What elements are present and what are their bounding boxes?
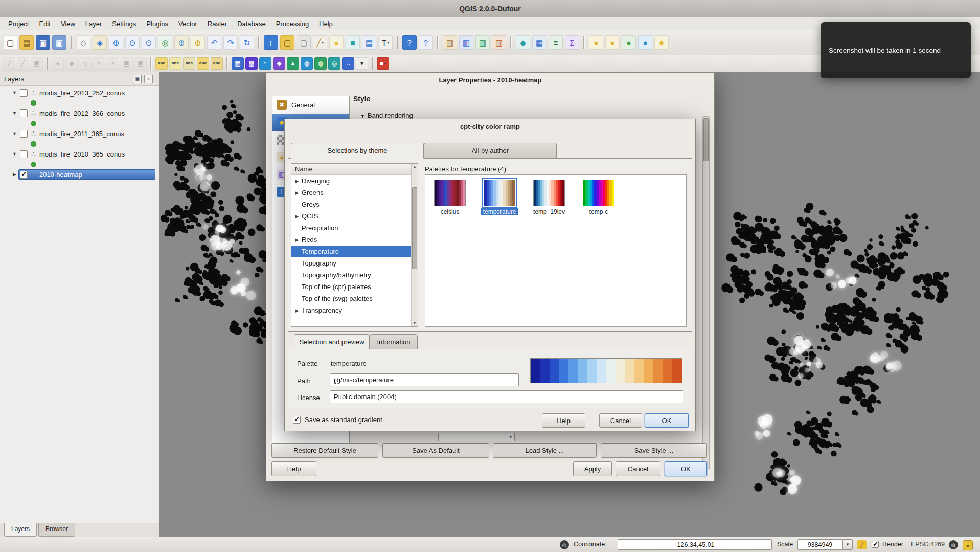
zoom-actual-icon[interactable]: ⊙: [142, 35, 156, 50]
load-style-button[interactable]: Load Style ...: [493, 443, 597, 458]
collapse-icon[interactable]: ▼: [11, 90, 18, 95]
label-show-hide-icon[interactable]: abc: [169, 57, 181, 70]
scrollbar[interactable]: [702, 116, 710, 469]
identify-features-icon[interactable]: i: [264, 35, 278, 50]
messages-icon[interactable]: ●: [963, 540, 973, 550]
text-annotation-icon[interactable]: T▾: [378, 35, 393, 50]
expand-icon[interactable]: ▶: [294, 308, 300, 313]
collapse-icon[interactable]: ▼: [11, 131, 18, 136]
tree-item[interactable]: Top of the (cpt) palettes: [291, 281, 418, 293]
tree-item[interactable]: Temperature: [291, 246, 418, 257]
coordinate-capture-icon[interactable]: ◎: [560, 540, 569, 549]
zoom-to-layer-icon[interactable]: ⊕: [174, 35, 189, 50]
plugin-circle-4-icon[interactable]: ●: [638, 35, 652, 50]
menu-raster[interactable]: Raster: [202, 18, 232, 29]
crs-status-icon[interactable]: ◍: [949, 540, 958, 549]
ok-button[interactable]: OK: [645, 413, 689, 428]
zoom-next-icon[interactable]: ↷: [223, 35, 238, 50]
expand-icon[interactable]: ▶: [294, 237, 300, 242]
band-rendering-section[interactable]: ▼Band rendering: [360, 112, 413, 119]
palette-celsius[interactable]: celsius: [434, 180, 466, 215]
dropdown-arrow-icon[interactable]: ▾: [384, 61, 386, 66]
help-contents-icon[interactable]: ?: [402, 35, 417, 50]
offset-tool-icon[interactable]: ■▾: [377, 57, 389, 70]
python-console-icon[interactable]: ≡: [549, 35, 563, 50]
select-features-icon[interactable]: ▢: [280, 35, 294, 50]
zoom-in-icon[interactable]: ⊕: [109, 35, 123, 50]
show-bookmarks-icon[interactable]: ▤: [362, 35, 376, 50]
save-as-default-button[interactable]: Save As Default: [382, 443, 489, 458]
labeling-icon[interactable]: ▥: [443, 35, 457, 50]
expand-icon[interactable]: ▶: [294, 190, 300, 195]
scroll-up-icon[interactable]: ▲: [412, 164, 418, 170]
save-project-icon[interactable]: ▣: [36, 35, 50, 50]
rotate-label-icon[interactable]: ▥: [475, 35, 490, 50]
ok-button[interactable]: OK: [665, 461, 707, 476]
map-refresh-icon[interactable]: ↻: [240, 35, 254, 50]
properties-tab-general[interactable]: ✖General: [272, 96, 349, 114]
menu-edit[interactable]: Edit: [34, 18, 55, 29]
deselect-features-icon[interactable]: ▢: [297, 35, 311, 50]
layer-visibility-checkbox[interactable]: [20, 89, 28, 97]
layer-visibility-checkbox[interactable]: [20, 130, 28, 138]
render-checkbox[interactable]: [872, 541, 879, 548]
layer-row[interactable]: ▼∴modis_fire_2011_365_conus: [0, 128, 158, 139]
expand-icon[interactable]: ▶: [294, 179, 300, 184]
save-project-as-icon[interactable]: ▣: [52, 35, 66, 50]
float-panel-icon[interactable]: ▣: [133, 75, 142, 83]
interpolation-tool-icon[interactable]: ◆: [273, 57, 285, 70]
open-project-icon[interactable]: ▤: [19, 35, 34, 50]
help-button[interactable]: Help: [271, 461, 316, 476]
zoom-out-icon[interactable]: ⊖: [125, 35, 140, 50]
change-label-icon[interactable]: ▥: [492, 35, 506, 50]
label-rotate-icon[interactable]: abc: [197, 57, 209, 70]
layer-row[interactable]: ▶∴2010-heatmap: [0, 169, 158, 180]
save-style-button[interactable]: Save Style ...: [601, 443, 707, 458]
menu-project[interactable]: Project: [3, 18, 34, 29]
sphere-tool-icon[interactable]: ◍: [314, 57, 327, 70]
tab-information[interactable]: Information: [370, 334, 418, 349]
contour-tool-icon[interactable]: ≈: [259, 57, 271, 70]
label-move-icon[interactable]: abc: [183, 57, 195, 70]
scroll-down-icon[interactable]: ▼: [412, 320, 418, 326]
scrollbar[interactable]: ▲ ▼: [411, 164, 418, 326]
whats-this-icon[interactable]: ?: [419, 35, 433, 50]
pan-to-selection-icon[interactable]: ◈: [93, 35, 107, 50]
expand-icon[interactable]: ▶: [294, 214, 300, 219]
collapse-icon[interactable]: ▼: [11, 151, 18, 157]
epsg-status[interactable]: EPSG:4269: [911, 541, 945, 548]
close-panel-icon[interactable]: ×: [144, 75, 153, 83]
tab-browser[interactable]: Browser: [38, 523, 75, 537]
tab-layers[interactable]: Layers: [4, 523, 37, 537]
vector-menu-icon[interactable]: ▾: [356, 57, 368, 70]
cancel-button[interactable]: Cancel: [599, 413, 642, 428]
menu-settings[interactable]: Settings: [107, 18, 141, 29]
menu-plugins[interactable]: Plugins: [141, 18, 173, 29]
zoom-to-selection-icon[interactable]: ⊕: [191, 35, 205, 50]
help-button[interactable]: Help: [542, 413, 585, 428]
tree-item[interactable]: ▶Reds: [291, 234, 418, 246]
palette-temperature[interactable]: temperature: [483, 180, 516, 215]
menu-database[interactable]: Database: [232, 18, 271, 29]
dropdown-arrow-icon[interactable]: ▾: [387, 40, 389, 45]
map-decoration-icon[interactable]: ◆: [516, 35, 530, 50]
palette-temp-c[interactable]: temp-c: [582, 180, 615, 215]
layer-row[interactable]: ▼∴modis_fire_2013_252_conus: [0, 87, 158, 98]
pan-map-icon[interactable]: ◇: [76, 35, 90, 50]
scale-input[interactable]: [797, 539, 842, 550]
zoom-last-icon[interactable]: ↶: [207, 35, 221, 50]
expand-icon[interactable]: ▶: [11, 172, 18, 177]
layer-row[interactable]: ▼∴modis_fire_2012_366_conus: [0, 107, 158, 119]
stop-render-icon[interactable]: ╱: [857, 540, 867, 549]
collapse-icon[interactable]: ▼: [11, 111, 18, 116]
partial-combobox[interactable]: ▾: [438, 433, 515, 441]
label-properties-icon[interactable]: abc: [211, 57, 223, 70]
move-label-icon[interactable]: ▥: [459, 35, 473, 50]
tree-item[interactable]: Topography: [291, 257, 418, 269]
new-project-icon[interactable]: ▢: [3, 35, 17, 50]
tree-item[interactable]: Greys: [291, 198, 418, 210]
plugin-circle-2-icon[interactable]: ●: [605, 35, 620, 50]
apply-button[interactable]: Apply: [573, 461, 612, 476]
scrollbar-thumb[interactable]: [703, 118, 709, 161]
restore-default-style-button[interactable]: Restore Default Style: [271, 443, 378, 458]
